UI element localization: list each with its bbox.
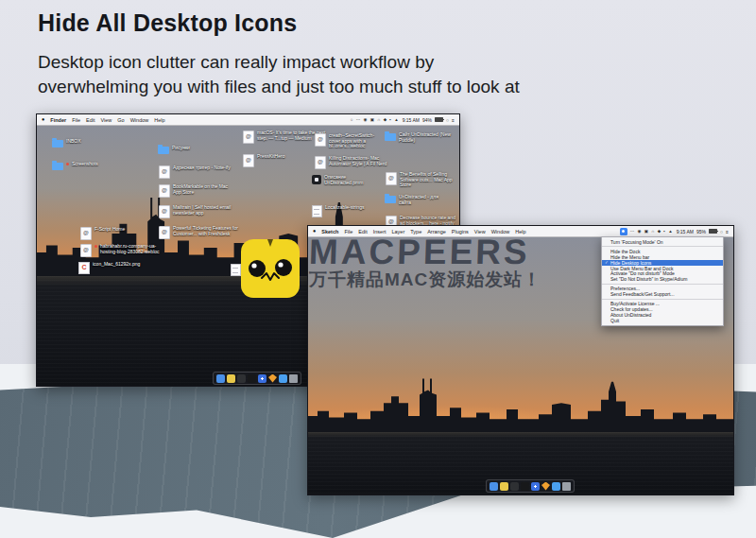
desktop-icon-inbox[interactable]: INBOX bbox=[52, 139, 81, 148]
webloc-icon: @ bbox=[315, 156, 326, 169]
dock-icon-trash[interactable] bbox=[562, 482, 571, 491]
menu-file[interactable]: File bbox=[72, 117, 80, 123]
dock-icon-3[interactable] bbox=[510, 482, 519, 491]
menu-item-label: Turn 'Focusing Mode' On bbox=[610, 239, 663, 245]
macpeers-watermark: MACPEERS 万千精品MAC资源始发站！ bbox=[241, 234, 541, 298]
menu-window[interactable]: Window bbox=[130, 117, 149, 123]
desktop-icon-folder[interactable]: Сайт UnDistracted (New Puddle) bbox=[385, 132, 451, 143]
menu-item-label: Set "Do Not Disturb" in Skype/Adium bbox=[610, 276, 687, 282]
desktop-icon-app[interactable]: Описание UnDistracted.pmm bbox=[312, 175, 377, 185]
dock-icon-2[interactable] bbox=[500, 482, 508, 491]
webloc-icon: @ bbox=[80, 244, 92, 257]
dock-icon-sketch[interactable] bbox=[268, 374, 277, 383]
desktop-icon-webloc[interactable]: @The Benefits of Selling Software outs..… bbox=[386, 172, 456, 188]
dock-icon-finder[interactable] bbox=[216, 374, 225, 383]
dock-icon-sketch[interactable] bbox=[541, 482, 550, 491]
menu-go[interactable]: Go bbox=[117, 117, 124, 123]
apple-icon[interactable]: ● bbox=[42, 117, 44, 122]
battery-percent: 94% bbox=[422, 117, 432, 123]
icon-label: creath--SecretSwitch- cover apps with a … bbox=[329, 133, 386, 149]
undistracted-dropdown-menu: Turn 'Focusing Mode' On Hide the Dock Hi… bbox=[601, 236, 724, 326]
menu-separator bbox=[602, 284, 723, 285]
macpeers-tagline: 万千精品MAC资源始发站！ bbox=[309, 269, 541, 290]
battery-icon bbox=[435, 117, 443, 123]
dock-icon-finder[interactable] bbox=[490, 482, 498, 491]
dark-app-icon bbox=[312, 175, 321, 184]
desktop-icon-doc[interactable]: Localizable-strings bbox=[312, 205, 377, 217]
search-icon[interactable]: ○ bbox=[720, 229, 723, 234]
dock-icon-7[interactable] bbox=[552, 482, 560, 491]
document-icon bbox=[312, 205, 322, 217]
dock-icon-4[interactable] bbox=[248, 374, 256, 383]
desktop-icon-webloc[interactable]: @PressKitHero bbox=[243, 154, 284, 167]
desktop-icon-webloc[interactable]: @Killing Distractions- Mac Automator Sty… bbox=[315, 156, 391, 169]
battery-percent: 95% bbox=[696, 229, 706, 234]
search-icon[interactable]: ○ bbox=[446, 117, 449, 123]
icon-label: Адресная тригер - Note-ify bbox=[173, 165, 243, 171]
desktop-icon-webloc[interactable]: @F-Script Home bbox=[80, 227, 125, 240]
webloc-icon: @ bbox=[386, 172, 397, 185]
desktop-icon-pictures[interactable]: Рисунки bbox=[158, 146, 190, 154]
menu-item-label: Send Feedback/Get Support... bbox=[610, 291, 675, 297]
menu-item-quit[interactable]: Quit bbox=[602, 318, 723, 323]
status-icons[interactable]: ⋯ ◉ ▣ ∩ ◆ ▪ ▲ bbox=[630, 229, 674, 234]
subtitle-line-2: overwhelming you with files and just too… bbox=[38, 77, 520, 96]
menu-item-dnd-skype[interactable]: Set "Do Not Disturb" in Skype/Adium bbox=[602, 276, 723, 282]
folder-icon bbox=[158, 147, 169, 154]
dock-icon-trash[interactable] bbox=[289, 374, 298, 383]
header: Hide All Desktop Icons Desktop icon clut… bbox=[38, 9, 520, 99]
macpeers-logo-icon bbox=[241, 239, 300, 298]
icon-label: Localizable-strings bbox=[325, 205, 377, 211]
page-subtitle: Desktop icon clutter can really impact w… bbox=[38, 50, 520, 99]
menu-item-focusing-mode[interactable]: Turn 'Focusing Mode' On bbox=[602, 239, 723, 245]
dock-icon-4[interactable] bbox=[521, 482, 529, 491]
macpeers-brand-text: MACPEERS bbox=[308, 234, 542, 269]
dock-icon-safari[interactable] bbox=[258, 374, 266, 383]
undistracted-menubar-icon[interactable] bbox=[620, 228, 627, 235]
dock-icon-safari[interactable] bbox=[531, 482, 540, 491]
desktop-icon-webloc[interactable]: @Адресная тригер - Note-ify bbox=[159, 165, 243, 179]
subtitle-line-1: Desktop icon clutter can really impact w… bbox=[38, 52, 434, 72]
page-title: Hide All Desktop Icons bbox=[38, 9, 520, 37]
desktop-icon-small[interactable] bbox=[231, 264, 241, 276]
menu-list-icon[interactable]: ≡ bbox=[452, 117, 455, 123]
folder-icon bbox=[52, 140, 63, 148]
desktop-icon-webloc[interactable]: @creath--SecretSwitch- cover apps with a… bbox=[315, 133, 386, 149]
menu-list-icon[interactable]: ≡ bbox=[726, 229, 729, 234]
menu-view[interactable]: View bbox=[101, 117, 112, 123]
folder-icon bbox=[52, 163, 63, 170]
desktop-icon-screenshots[interactable]: Screenshots bbox=[52, 162, 98, 170]
clock[interactable]: 9:15 AM bbox=[403, 117, 420, 123]
red-dot-badge bbox=[66, 163, 69, 165]
icon-label: INBOX bbox=[66, 139, 81, 145]
menu-separator bbox=[602, 299, 723, 300]
icon-label: icon_Mac_61292x.png bbox=[93, 262, 140, 268]
clock[interactable]: 9:15 AM bbox=[677, 229, 694, 234]
webloc-icon: @ bbox=[243, 154, 254, 167]
desktop-icon-webloc[interactable]: @Powerful Ticketing Features for Custome… bbox=[159, 226, 249, 239]
icon-label: UnDistracted - для сайта bbox=[399, 195, 451, 205]
icon-label: Описание UnDistracted.pmm bbox=[324, 175, 377, 185]
menubar-finder: ● Finder File Edit View Go Window Help ○… bbox=[37, 114, 459, 126]
dock-icon-3[interactable] bbox=[237, 374, 246, 383]
dock-icon-7[interactable] bbox=[279, 374, 287, 383]
menubar-app-name[interactable]: Finder bbox=[50, 117, 66, 123]
document-icon bbox=[231, 264, 241, 276]
battery-icon bbox=[709, 229, 717, 234]
menu-help[interactable]: Help bbox=[154, 117, 164, 123]
folder-icon bbox=[385, 196, 396, 203]
city-skyline bbox=[308, 375, 733, 432]
desktop-icon-webloc[interactable]: @habrahabr.ru-company-ua-hosting-blog-28… bbox=[80, 244, 170, 257]
image-file-icon: C bbox=[78, 262, 90, 274]
status-icons[interactable]: ○ ⋯ ◉ ▣ ∩ ◆ ▪ ▲ bbox=[351, 117, 400, 122]
desktop-icon-webloc[interactable]: @BookMarkable on the Mac App Store bbox=[159, 184, 237, 198]
icon-label: PressKitHero bbox=[257, 154, 284, 160]
menu-separator bbox=[602, 246, 723, 247]
menu-edit[interactable]: Edit bbox=[86, 117, 94, 123]
dock-icon-2[interactable] bbox=[227, 374, 235, 383]
desktop-icon-image[interactable]: Cicon_Mac_61292x.png bbox=[78, 262, 140, 274]
menu-item-feedback[interactable]: Send Feedback/Get Support... bbox=[602, 291, 723, 297]
desktop-icon-folder[interactable]: UnDistracted - для сайта bbox=[385, 195, 451, 205]
desktop-icon-webloc[interactable]: @Mailtrain | Self hosted email newslette… bbox=[159, 205, 243, 218]
folder-icon bbox=[385, 133, 396, 141]
